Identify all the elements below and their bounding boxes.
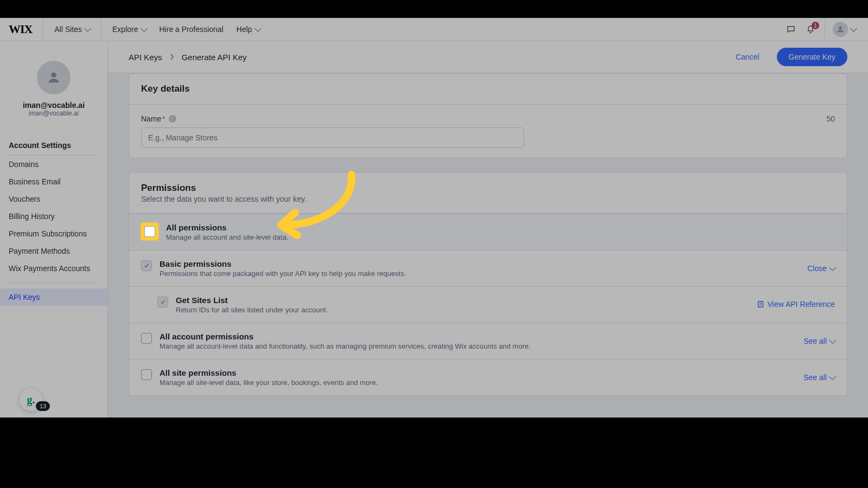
perm-row-all: All permissions Manage all account and s… [129,214,847,250]
checkbox-all-permissions[interactable] [144,226,155,237]
nav-divider [101,18,101,41]
nav-divider [825,18,825,41]
chevron-down-icon [829,337,836,344]
basic-toggle-link[interactable]: Close [807,264,835,273]
required-indicator: * [162,114,165,123]
sidebar-heading: Account Settings [0,132,107,155]
info-icon[interactable]: i [169,115,176,123]
content-header: API Keys Generate API Key Cancel Generat… [108,41,868,73]
sidebar-separator [8,282,100,283]
wix-logo[interactable]: WIX [9,22,32,36]
sidebar-item-vouchers[interactable]: Vouchers [0,190,107,208]
name-label: Name [141,114,161,123]
sidebar-item-domains[interactable]: Domains [0,156,107,173]
cancel-button[interactable]: Cancel [724,48,771,66]
breadcrumb-parent[interactable]: API Keys [129,53,162,62]
perm-site-label: All site permissions [159,368,378,377]
notifications-icon[interactable]: 1 [801,20,820,39]
nav-help[interactable]: Help [230,18,267,41]
perm-basic-desc: Permissions that come packaged with your… [159,269,406,278]
perm-row-account: All account permissions Manage all accou… [129,323,847,359]
chat-icon[interactable] [781,20,801,39]
perm-all-label: All permissions [166,223,288,232]
sidebar-item-billing[interactable]: Billing History [0,208,107,225]
permissions-subtitle: Select the data you want to access with … [141,195,835,203]
nav-divider [43,18,43,41]
site-toggle-label: See all [803,373,827,382]
permissions-title: Permissions [141,183,835,194]
perm-account-label: All account permissions [159,332,531,341]
site-toggle-link[interactable]: See all [803,373,835,382]
generate-key-button[interactable]: Generate Key [777,48,847,66]
nav-help-label: Help [237,25,252,34]
char-limit: 50 [826,114,835,123]
avatar-large[interactable] [37,61,71,94]
perm-row-basic: Basic permissions Permissions that come … [129,250,847,286]
nav-all-sites[interactable]: All Sites [48,18,97,41]
chevron-down-icon [254,25,261,32]
floating-badge-count: 13 [36,401,50,411]
nav-explore-label: Explore [112,25,138,34]
account-toggle-link[interactable]: See all [803,337,835,345]
avatar-icon [833,22,848,37]
view-api-reference-link[interactable]: View API Reference [757,300,835,309]
svg-point-1 [51,73,56,78]
user-block: iman@vocable.ai iman@vocable.ai [0,101,107,117]
sidebar: iman@vocable.ai iman@vocable.ai Account … [0,41,108,418]
perm-get-sites-label: Get Sites List [176,296,328,305]
key-name-input[interactable] [141,127,524,148]
checkbox-account-permissions[interactable] [141,333,152,344]
document-icon [757,300,764,308]
sidebar-item-business-email[interactable]: Business Email [0,173,107,190]
view-api-reference-label: View API Reference [768,300,835,309]
account-toggle-label: See all [803,337,827,345]
chevron-down-icon [829,373,836,380]
key-details-card: Key details Name * i 50 [129,73,847,158]
perm-get-sites-desc: Return IDs for all sites listed under yo… [176,306,328,314]
svg-rect-2 [758,301,763,307]
chevron-down-icon [141,25,148,32]
nav-hire-label: Hire a Professional [159,25,224,34]
user-name: iman@vocable.ai [0,101,107,110]
nav-hire[interactable]: Hire a Professional [153,18,230,41]
perm-row-site: All site permissions Manage all site-lev… [129,359,847,395]
top-nav: WIX All Sites Explore Hire a Professiona… [0,18,868,41]
permissions-card: Permissions Select the data you want to … [129,172,847,396]
sidebar-item-premium[interactable]: Premium Subscriptions [0,225,107,242]
breadcrumb-current: Generate API Key [182,53,247,62]
floating-badge[interactable]: g. 13 [20,388,42,411]
breadcrumb: API Keys Generate API Key [129,53,247,62]
main-content: API Keys Generate API Key Cancel Generat… [108,41,868,418]
checkbox-basic-permissions [141,260,152,271]
chevron-down-icon [829,264,836,271]
perm-basic-label: Basic permissions [159,259,406,268]
svg-point-0 [839,27,841,29]
sidebar-item-api-keys[interactable]: API Keys [0,288,107,306]
sidebar-item-wix-payments[interactable]: Wix Payments Accounts [0,260,107,277]
checkbox-site-permissions[interactable] [141,369,152,380]
chevron-right-icon [170,53,174,62]
perm-all-desc: Manage all account and site-level data. [166,233,288,241]
nav-all-sites-label: All Sites [54,25,82,34]
checkbox-get-sites [157,297,168,307]
perm-account-desc: Manage all account-level data and functi… [159,342,531,350]
sidebar-item-payment-methods[interactable]: Payment Methods [0,242,107,260]
user-email: iman@vocable.ai [0,110,107,117]
key-details-title: Key details [141,84,835,94]
basic-toggle-label: Close [807,264,827,273]
account-menu[interactable] [829,22,859,37]
perm-site-desc: Manage all site-level data, like your st… [159,378,378,387]
nav-explore[interactable]: Explore [106,18,152,41]
perm-row-get-sites: Get Sites List Return IDs for all sites … [129,286,847,323]
notification-badge: 1 [812,22,819,29]
highlight-annotation [141,223,158,240]
chevron-down-icon [850,25,857,32]
chevron-down-icon [84,25,91,32]
